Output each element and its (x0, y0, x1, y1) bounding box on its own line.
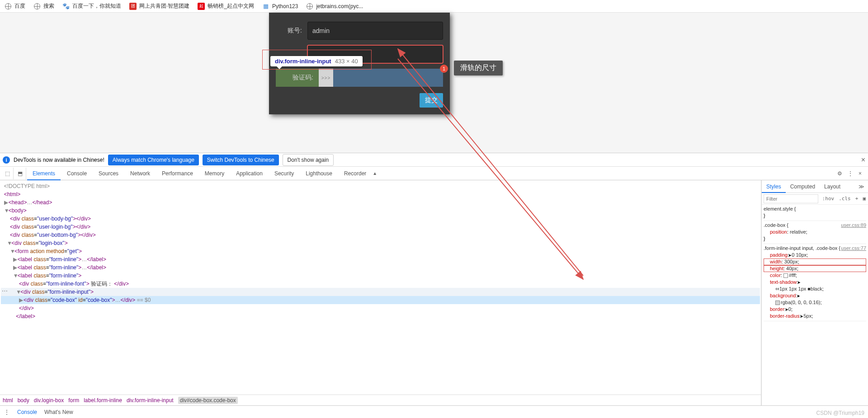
slider-handle[interactable]: >>> (319, 69, 333, 87)
crumb[interactable]: form (68, 397, 79, 404)
dom-tree[interactable]: <!DOCTYPE html> <html> ▶<head>…</head> ▼… (0, 180, 761, 395)
inspect-tooltip: div.form-inline-input433 × 40 (270, 56, 363, 66)
bookmark-label: 搜索 (43, 2, 54, 10)
tab-application[interactable]: Application (231, 167, 268, 180)
tab-sources[interactable]: Sources (93, 167, 124, 180)
drawer-menu-icon[interactable]: ⋮ (4, 409, 10, 416)
bookmark-label: 网上共青团·智慧团建 (139, 2, 189, 10)
devtools-body: <!DOCTYPE html> <html> ▶<head>…</head> ▼… (0, 180, 868, 405)
bookmark-item[interactable]: 🐾百度一下，你就知道 (62, 2, 121, 10)
bookmark-label: 百度一下，你就知道 (72, 2, 121, 10)
annotation-label: 滑轨的尺寸 (454, 61, 503, 75)
switch-chinese-button[interactable]: Switch DevTools to Chinese (203, 155, 279, 165)
rule-selector: .form-inline-input input, .code-box { (764, 245, 840, 252)
devtools-right-tools: ⚙ ⋮ × (837, 170, 866, 177)
styles-tabs: Styles Computed Layout ≫ (762, 180, 868, 193)
banner-text: DevTools is now available in Chinese! (14, 157, 104, 163)
annotation-badge: 1 (440, 65, 448, 73)
bookmark-item[interactable]: 搜索 (33, 2, 54, 10)
new-rule-icon[interactable]: + (853, 196, 861, 202)
more-icon[interactable]: ⋮ (848, 170, 853, 177)
crumb-current[interactable]: div#code-box.code-box (178, 397, 238, 404)
hov-button[interactable]: :hov (820, 196, 837, 202)
watermark: CSDN @Triumph19 (816, 410, 864, 416)
tab-performance[interactable]: Performance (156, 167, 198, 180)
tab-console[interactable]: Console (61, 167, 92, 180)
crumb[interactable]: div.login-box (34, 397, 64, 404)
info-icon: i (3, 156, 10, 164)
tab-computed[interactable]: Computed (786, 180, 820, 193)
bookmark-item[interactable]: jetbrains.com(pyc... (306, 3, 363, 10)
account-label: 账号: (276, 27, 307, 35)
bookmark-item[interactable]: ▦Python123 (262, 3, 298, 10)
match-language-button[interactable]: Always match Chrome's language (108, 155, 199, 165)
rule-source[interactable]: user.css:77 (841, 245, 866, 252)
tab-elements[interactable]: Elements (27, 167, 61, 180)
bookmark-item[interactable]: 团网上共青团·智慧团建 (129, 2, 189, 10)
crumb[interactable]: div.form-inline-input (127, 397, 174, 404)
drawer-tab-console[interactable]: Console (17, 409, 37, 415)
tab-lighthouse[interactable]: Lighthouse (300, 167, 338, 180)
styles-rules[interactable]: element.style { } .code-box {user.css:89… (762, 205, 868, 405)
dom-panel: <!DOCTYPE html> <html> ▶<head>…</head> ▼… (0, 180, 761, 405)
favicon-icon: ▦ (262, 3, 269, 10)
submit-button[interactable]: 提交 (420, 93, 443, 108)
settings-icon[interactable]: ⚙ (837, 170, 842, 177)
bookmark-item[interactable]: 起畅销榜_起点中文网 (198, 2, 254, 10)
gutter-dots-icon: ⋯ (2, 287, 8, 294)
close-icon[interactable]: × (859, 170, 862, 177)
tab-styles[interactable]: Styles (762, 180, 786, 193)
crumb[interactable]: html (3, 397, 13, 404)
captcha-label: 验证码: (276, 74, 319, 82)
rule-source[interactable]: user.css:89 (841, 222, 866, 229)
banner-close-icon[interactable]: × (861, 156, 865, 164)
rule-selector: .code-box { (764, 222, 788, 229)
tooltip-selector: div.form-inline-input (275, 58, 331, 65)
submit-row: 提交 (276, 93, 443, 108)
inspect-icon[interactable]: ⬚ (2, 168, 14, 179)
drawer-tab-whatsnew[interactable]: What's New (44, 409, 73, 415)
dom-breadcrumbs: html body div.login-box form label.form-… (0, 395, 761, 405)
styles-toolbar: :hov .cls + ▣ (762, 193, 868, 205)
bookmark-label: jetbrains.com(pyc... (316, 3, 363, 9)
devtools-tabs: ⬚ ⬒ Elements Console Sources Network Per… (0, 167, 868, 180)
bookmark-label: Python123 (272, 3, 298, 9)
globe-icon (306, 3, 313, 10)
favicon-icon: 团 (129, 3, 137, 10)
styles-filter-input[interactable] (764, 194, 818, 203)
account-input[interactable] (307, 22, 443, 40)
device-icon[interactable]: ⬒ (14, 168, 26, 179)
crumb[interactable]: label.form-inline (84, 397, 122, 404)
devtools-banner: i DevTools is now available in Chinese! … (0, 153, 868, 167)
slider-track[interactable]: >>> (319, 69, 443, 87)
tab-memory[interactable]: Memory (199, 167, 230, 180)
bookmarks-bar: 百度 搜索 🐾百度一下，你就知道 团网上共青团·智慧团建 起畅销榜_起点中文网 … (0, 0, 868, 13)
cls-button[interactable]: .cls (836, 196, 853, 202)
bookmark-label: 畅销榜_起点中文网 (208, 2, 254, 10)
rule-selector: element.style { (764, 206, 796, 212)
tab-layout[interactable]: Layout (820, 180, 845, 193)
tab-network[interactable]: Network (125, 167, 156, 180)
page-viewport: 账号: 验证码: >>> 提交 div.form-inline-input433… (0, 13, 868, 153)
tab-security[interactable]: Security (269, 167, 299, 180)
bookmark-item[interactable]: 百度 (5, 2, 25, 10)
globe-icon (5, 3, 12, 10)
baidu-icon: 🐾 (62, 3, 70, 10)
styles-panel: Styles Computed Layout ≫ :hov .cls + ▣ e… (761, 180, 868, 405)
favicon-icon: 起 (198, 3, 205, 10)
globe-icon (33, 3, 41, 10)
bookmark-label: 百度 (14, 2, 25, 10)
tab-recorder[interactable]: Recorder (339, 167, 372, 180)
crumb[interactable]: body (18, 397, 29, 404)
devtools-drawer: ⋮ Console What's New (0, 405, 868, 418)
box-model-icon[interactable]: ▣ (860, 196, 868, 202)
devtools: i DevTools is now available in Chinese! … (0, 153, 868, 418)
dont-show-button[interactable]: Don't show again (283, 154, 334, 166)
tooltip-dims: 433 × 40 (335, 58, 358, 65)
account-row: 账号: (276, 22, 443, 40)
captcha-row: 验证码: >>> (276, 69, 443, 87)
more-tabs-icon[interactable]: ≫ (855, 183, 868, 190)
